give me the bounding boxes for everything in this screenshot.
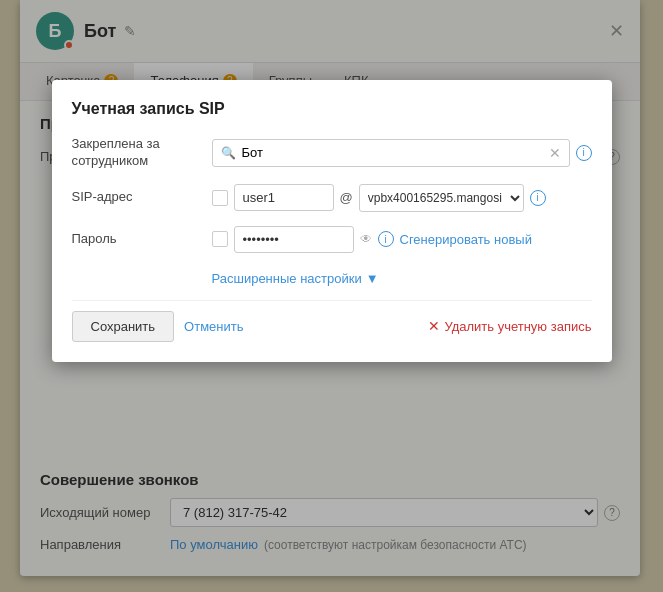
advanced-settings-label: Расширенные настройки [212, 271, 362, 286]
generate-password-link[interactable]: Сгенерировать новый [400, 232, 532, 247]
sip-address-label: SIP-адрес [72, 189, 212, 206]
sip-address-checkbox[interactable] [212, 190, 228, 206]
sip-address-field: @ vpbx400165295.mangosi i [212, 184, 592, 212]
password-label: Пароль [72, 231, 212, 248]
sip-user-input[interactable] [234, 184, 334, 211]
sip-address-info-icon[interactable]: i [530, 190, 546, 206]
modal-title: Учетная запись SIP [72, 100, 592, 118]
sip-domain-select[interactable]: vpbx400165295.mangosi [359, 184, 524, 212]
cancel-button[interactable]: Отменить [184, 319, 243, 334]
delete-button[interactable]: ✕ Удалить учетную запись [428, 318, 591, 334]
search-icon: 🔍 [221, 146, 236, 160]
employee-label: Закреплена за сотрудником [72, 136, 212, 170]
search-clear-icon[interactable]: ✕ [549, 145, 561, 161]
employee-field: 🔍 ✕ i [212, 139, 592, 167]
employee-search-input[interactable] [242, 145, 549, 160]
modal-overlay: Учетная запись SIP Закреплена за сотрудн… [0, 0, 663, 592]
password-info-icon[interactable]: i [378, 231, 394, 247]
password-row: Пароль 👁 i Сгенерировать новый [72, 226, 592, 253]
save-button[interactable]: Сохранить [72, 311, 175, 342]
employee-search-box[interactable]: 🔍 ✕ [212, 139, 570, 167]
advanced-settings-toggle[interactable]: Расширенные настройки ▼ [72, 267, 592, 296]
at-sign: @ [340, 190, 353, 205]
chevron-down-icon: ▼ [366, 271, 379, 286]
delete-x-icon: ✕ [428, 318, 440, 334]
employee-info-icon[interactable]: i [576, 145, 592, 161]
modal-footer: Сохранить Отменить ✕ Удалить учетную зап… [72, 300, 592, 342]
sip-modal: Учетная запись SIP Закреплена за сотрудн… [52, 80, 612, 362]
delete-label: Удалить учетную запись [444, 319, 591, 334]
password-input[interactable] [234, 226, 354, 253]
eye-icon[interactable]: 👁 [360, 232, 372, 246]
password-checkbox[interactable] [212, 231, 228, 247]
password-field: 👁 i Сгенерировать новый [212, 226, 592, 253]
employee-row: Закреплена за сотрудником 🔍 ✕ i [72, 136, 592, 170]
sip-address-row: SIP-адрес @ vpbx400165295.mangosi i [72, 184, 592, 212]
